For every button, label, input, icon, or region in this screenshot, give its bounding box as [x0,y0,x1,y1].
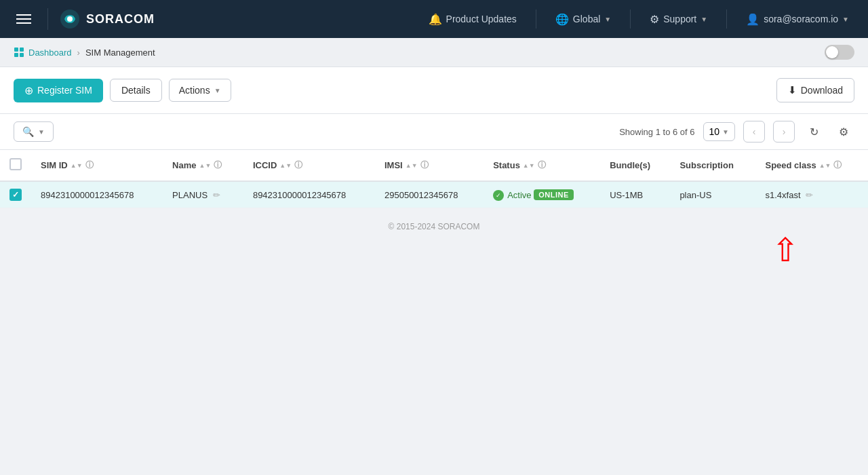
header-subscription: Subscription [670,150,755,181]
row-subscription: plan-US [670,181,755,208]
row-bundles: US-1MB [600,181,670,208]
user-icon: 👤 [746,13,760,26]
row-checkbox[interactable] [9,189,22,201]
svg-rect-3 [20,48,24,52]
header-status: Status ▲▼ ⓘ [484,150,600,181]
showing-count: Showing 1 to 6 of 6 [619,127,694,137]
support-nav[interactable]: ⚙ Support ▼ [642,10,715,28]
actions-button[interactable]: Actions ▼ [169,79,231,102]
search-chevron-icon: ▼ [38,128,45,136]
footer: © 2015-2024 SORACOM [0,208,868,245]
nav-logo: SORACOM [47,8,155,30]
name-edit-icon[interactable]: ✏ [213,190,220,200]
breadcrumb-current: SIM Management [85,48,155,58]
global-nav[interactable]: 🌐 Global ▼ [547,10,619,28]
iccid-sort-icon[interactable]: ▲▼ [279,162,292,169]
table-row[interactable]: 8942310000012345678 PLANUS ✏ 89423100000… [0,181,868,208]
header-imsi: IMSI ▲▼ ⓘ [375,150,484,181]
bell-icon: 🔔 [429,13,442,26]
breadcrumb-separator: › [77,48,80,58]
settings-button[interactable]: ⚙ [833,121,854,142]
soracom-logo-text: SORACOM [86,12,155,26]
hamburger-menu[interactable] [11,12,37,26]
globe-icon: 🌐 [555,13,569,26]
nav-divider-3 [726,10,727,28]
sim-id-sort-icon[interactable]: ▲▼ [71,162,83,169]
svg-rect-5 [20,53,24,57]
gear-icon: ⚙ [839,126,848,138]
sim-table-container: SIM ID ▲▼ ⓘ Name ▲▼ ⓘ [0,150,868,208]
header-checkbox[interactable] [9,158,22,170]
header-iccid: ICCID ▲▼ ⓘ [243,150,375,181]
header-speed-class: Speed class ▲▼ ⓘ [756,150,869,181]
refresh-button[interactable]: ↻ [803,121,825,142]
product-updates-nav[interactable]: 🔔 Product Updates [420,10,525,28]
support-label: Support [663,14,696,24]
register-sim-button[interactable]: ⊕ Register SIM [14,79,103,102]
per-page-value: 10 [709,126,720,137]
details-button[interactable]: Details [110,79,162,102]
page-wrapper: SORACOM 🔔 Product Updates 🌐 Global ▼ ⚙ S… [0,0,868,475]
navbar: SORACOM 🔔 Product Updates 🌐 Global ▼ ⚙ S… [0,0,868,38]
table-header-row: SIM ID ▲▼ ⓘ Name ▲▼ ⓘ [0,150,868,181]
header-sim-id: SIM ID ▲▼ ⓘ [31,150,163,181]
support-chevron-icon: ▼ [701,16,707,23]
status-active-label: Active [507,190,531,200]
status-sort-icon[interactable]: ▲▼ [523,162,535,169]
status-active-dot: ✓ [493,190,504,201]
product-updates-label: Product Updates [446,14,517,24]
search-icon: 🔍 [22,126,34,137]
speed-class-info-icon[interactable]: ⓘ [833,159,842,171]
speed-class-sort-icon[interactable]: ▲▼ [819,162,831,169]
imsi-info-icon[interactable]: ⓘ [420,159,429,171]
breadcrumb-dashboard-label: Dashboard [28,48,72,58]
support-icon: ⚙ [650,13,659,26]
filter-bar: 🔍 ▼ Showing 1 to 6 of 6 10 ▼ ‹ › ↻ ⚙ [0,114,868,150]
row-name: PLANUS ✏ [163,181,243,208]
header-bundles: Bundle(s) [600,150,670,181]
svg-point-1 [67,16,73,22]
status-info-icon[interactable]: ⓘ [538,159,546,171]
svg-rect-2 [14,48,18,52]
row-status: ✓ Active ONLINE [484,181,600,208]
download-icon: ⬇ [788,84,797,96]
theme-toggle-knob [826,46,838,58]
status-online-badge: ONLINE [534,189,574,200]
user-chevron-icon: ▼ [842,16,849,23]
breadcrumb-dashboard[interactable]: Dashboard [14,47,72,58]
per-page-select[interactable]: 10 ▼ [703,122,735,141]
name-sort-icon[interactable]: ▲▼ [199,162,212,169]
search-button[interactable]: 🔍 ▼ [14,121,54,142]
header-name: Name ▲▼ ⓘ [163,150,243,181]
row-speed-class: s1.4xfast ✏ [756,181,869,208]
row-imsi: 295050012345678 [375,181,484,208]
per-page-chevron-icon: ▼ [722,128,729,136]
toolbar: ⊕ Register SIM Details Actions ▼ ⬇ Downl… [0,67,868,114]
row-sim-id: 8942310000012345678 [31,181,163,208]
dashboard-icon [14,47,24,58]
imsi-sort-icon[interactable]: ▲▼ [406,162,418,169]
sim-table: SIM ID ▲▼ ⓘ Name ▲▼ ⓘ [0,150,868,208]
user-menu[interactable]: 👤 sora@soracom.io ▼ [738,10,857,28]
prev-page-button[interactable]: ‹ [743,121,765,142]
global-chevron-icon: ▼ [604,16,611,23]
user-email: sora@soracom.io [764,14,838,24]
row-iccid: 8942310000012345678 [243,181,375,208]
name-info-icon[interactable]: ⓘ [214,159,222,171]
global-label: Global [573,14,600,24]
speed-class-edit-icon[interactable]: ✏ [806,190,813,200]
soracom-logo-icon [59,8,81,30]
sim-id-info-icon[interactable]: ⓘ [85,159,94,171]
refresh-icon: ↻ [810,126,818,138]
next-page-button[interactable]: › [773,121,795,142]
actions-chevron-icon: ▼ [214,87,221,94]
table-body: 8942310000012345678 PLANUS ✏ 89423100000… [0,181,868,208]
theme-toggle[interactable] [825,45,854,60]
plus-icon: ⊕ [24,84,33,97]
nav-divider-1 [536,10,536,28]
header-checkbox-cell [0,150,31,181]
iccid-info-icon[interactable]: ⓘ [294,159,302,171]
download-button[interactable]: ⬇ Download [776,78,854,102]
nav-divider-2 [630,10,631,28]
svg-rect-4 [14,53,18,57]
